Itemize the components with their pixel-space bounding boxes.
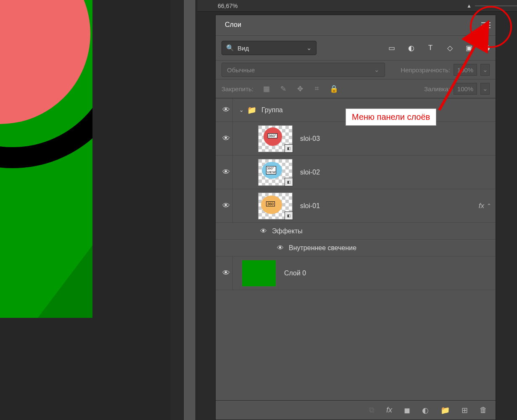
layer-thumbnail[interactable]: 360°VIEW ◧ bbox=[258, 159, 293, 186]
panel-menu-button[interactable] bbox=[476, 15, 496, 35]
panel-tab-bar: Слои bbox=[216, 15, 496, 35]
layer-row-sloi01[interactable]: 👁 360 ◧ sloi-01 fx ⌃ bbox=[216, 189, 496, 223]
layer-effect-inner-glow[interactable]: 👁 Внутреннее свечение bbox=[216, 240, 496, 256]
filter-smart-icon[interactable]: ▣ bbox=[464, 43, 474, 53]
lock-pixels-icon[interactable]: ✎ bbox=[279, 84, 288, 93]
layer-thumbnail[interactable]: 360 ◧ bbox=[258, 193, 293, 219]
chevron-down-icon: ⌄ bbox=[374, 66, 380, 74]
visibility-toggle[interactable]: 👁 bbox=[220, 256, 233, 290]
navigator-zoom-strip: 66,67% ▲ ▲ bbox=[198, 0, 517, 12]
layer-name[interactable]: Слой 0 bbox=[284, 269, 306, 277]
filter-adjust-icon[interactable]: ◐ bbox=[406, 43, 416, 53]
hamburger-icon bbox=[481, 25, 491, 26]
canvas-area bbox=[0, 0, 170, 420]
lock-transparent-icon[interactable]: ▦ bbox=[262, 84, 271, 93]
visibility-toggle[interactable]: 👁 bbox=[220, 98, 233, 122]
fill-group: Заливка: 100% ⌄ bbox=[424, 83, 490, 95]
new-layer-icon[interactable]: ⊞ bbox=[462, 406, 468, 415]
delete-layer-icon[interactable]: 🗑 bbox=[480, 406, 487, 415]
layer-name[interactable]: sloi-01 bbox=[300, 202, 320, 210]
layer-mask-icon[interactable]: ◼ bbox=[404, 406, 410, 415]
blend-mode-dropdown[interactable]: Обычные ⌄ bbox=[222, 63, 385, 77]
effects-label: Эффекты bbox=[272, 227, 303, 235]
zoom-out-icon[interactable]: ▲ bbox=[467, 3, 472, 9]
artwork-canvas bbox=[0, 0, 92, 318]
fx-collapse-toggle[interactable]: ⌃ bbox=[487, 203, 491, 209]
layer-effects-header[interactable]: 👁 Эффекты bbox=[216, 223, 496, 240]
layer-list: 👁 ⌄ 📁 Группа 👁 360° ◧ sloi-03 👁 360°VIEW… bbox=[216, 98, 496, 290]
layer-thumbnail[interactable]: 360° ◧ bbox=[258, 125, 293, 152]
annotation-label: Меню панели слоёв bbox=[346, 108, 436, 126]
new-group-icon[interactable]: 📁 bbox=[441, 406, 450, 415]
panel-divider[interactable] bbox=[183, 0, 196, 420]
layer-row-background[interactable]: 👁 Слой 0 bbox=[216, 256, 496, 290]
layer-row-sloi02[interactable]: 👁 360°VIEW ◧ sloi-02 bbox=[216, 156, 496, 189]
filter-pixel-icon[interactable]: ▭ bbox=[387, 43, 396, 53]
folder-icon: 📁 bbox=[247, 106, 256, 115]
blend-opacity-row: Обычные ⌄ Непрозрачность: 100% ⌄ bbox=[216, 60, 496, 79]
layer-thumbnail[interactable] bbox=[241, 259, 277, 287]
link-layers-icon[interactable]: ⧉ bbox=[369, 406, 375, 415]
lock-label: Закрепить: bbox=[222, 85, 253, 92]
search-icon: 🔍 bbox=[226, 44, 234, 52]
filter-toggle-icon[interactable] bbox=[484, 45, 490, 51]
opacity-input[interactable]: 100% bbox=[454, 64, 477, 76]
layer-filter-icons: ▭ ◐ T ◇ ▣ bbox=[387, 43, 490, 53]
filter-text-icon[interactable]: T bbox=[426, 43, 435, 53]
fill-slider-button[interactable]: ⌄ bbox=[480, 83, 490, 95]
opacity-slider-button[interactable]: ⌄ bbox=[480, 64, 490, 76]
layer-name[interactable]: Группа bbox=[261, 106, 283, 114]
adjustment-layer-icon[interactable]: ◐ bbox=[422, 406, 429, 415]
lock-artboard-icon[interactable]: ⌗ bbox=[312, 84, 322, 93]
fill-label: Заливка: bbox=[424, 85, 450, 92]
layer-filter-dropdown[interactable]: 🔍 Вид ⌄ bbox=[222, 41, 317, 55]
visibility-toggle[interactable]: 👁 bbox=[220, 122, 233, 155]
smart-object-icon: ◧ bbox=[285, 178, 293, 186]
zoom-slider-track[interactable] bbox=[475, 5, 517, 6]
layer-name[interactable]: sloi-03 bbox=[300, 135, 320, 143]
lock-all-icon[interactable]: 🔒 bbox=[329, 84, 338, 93]
fx-indicator[interactable]: fx bbox=[479, 202, 484, 210]
opacity-label: Непрозрачность: bbox=[401, 66, 450, 74]
visibility-toggle[interactable]: 👁 bbox=[220, 156, 233, 189]
layers-bottom-toolbar: ⧉ fx ◼ ◐ 📁 ⊞ 🗑 bbox=[216, 400, 496, 420]
layer-filter-label: Вид bbox=[237, 45, 249, 52]
layer-row-sloi03[interactable]: 👁 360° ◧ sloi-03 bbox=[216, 122, 496, 156]
layer-style-icon[interactable]: fx bbox=[386, 406, 392, 415]
visibility-toggle[interactable]: 👁 bbox=[220, 189, 233, 222]
effect-name[interactable]: Внутреннее свечение bbox=[289, 244, 356, 252]
zoom-value[interactable]: 66,67% bbox=[218, 3, 237, 9]
layer-name[interactable]: sloi-02 bbox=[300, 169, 320, 176]
visibility-toggle[interactable]: 👁 bbox=[274, 240, 286, 256]
visibility-toggle[interactable]: 👁 bbox=[258, 223, 269, 239]
group-collapse-toggle[interactable]: ⌄ bbox=[237, 107, 245, 113]
lock-position-icon[interactable]: ✥ bbox=[295, 84, 305, 93]
layers-panel: Слои 🔍 Вид ⌄ ▭ ◐ T ◇ ▣ Обычные ⌄ Непрозр… bbox=[215, 15, 496, 420]
smart-object-icon: ◧ bbox=[285, 211, 293, 220]
chevron-down-icon: ⌄ bbox=[306, 44, 312, 52]
lock-fill-row: Закрепить: ▦ ✎ ✥ ⌗ 🔒 Заливка: 100% ⌄ bbox=[216, 79, 496, 98]
smart-object-icon: ◧ bbox=[285, 144, 293, 153]
tab-layers[interactable]: Слои bbox=[216, 15, 251, 35]
lock-icons: ▦ ✎ ✥ ⌗ 🔒 bbox=[262, 84, 338, 93]
fill-input[interactable]: 100% bbox=[454, 83, 477, 95]
opacity-group: Непрозрачность: 100% ⌄ bbox=[401, 64, 490, 76]
layer-filter-row: 🔍 Вид ⌄ ▭ ◐ T ◇ ▣ bbox=[216, 35, 496, 60]
blend-mode-value: Обычные bbox=[227, 66, 255, 74]
filter-shape-icon[interactable]: ◇ bbox=[445, 43, 454, 53]
